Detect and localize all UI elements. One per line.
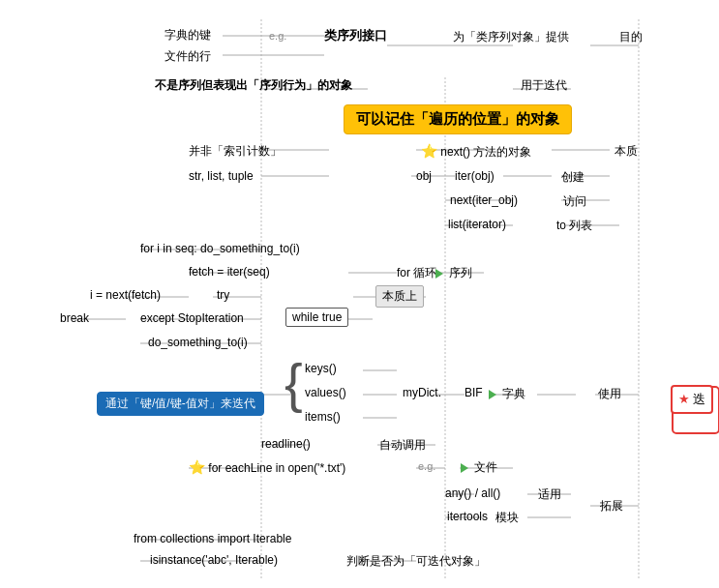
for-iterate-label: 用于迭代 <box>521 78 567 92</box>
iter-obj-node: iter(obj) <box>455 169 494 183</box>
provide-label: 为「类序列对象」提供 <box>453 30 569 44</box>
obj-label: obj <box>416 169 432 183</box>
select-label: 迭 <box>693 392 705 406</box>
arrow-seq-label: 序列 <box>449 266 472 279</box>
obj-node: obj <box>416 169 432 183</box>
to-list-node: to 列表 <box>556 218 592 234</box>
readline-node: readline() <box>261 437 311 451</box>
for-each-line-label: for eachLine in open('*.txt') <box>208 461 345 475</box>
items-label: items() <box>305 410 341 424</box>
itertools-label: itertools <box>447 510 488 523</box>
items-node: items() <box>305 410 341 424</box>
any-all-label: any() / all() <box>445 486 500 500</box>
values-label: values() <box>305 386 346 399</box>
eg1-label: e.g. <box>269 30 286 42</box>
visit-node: 访问 <box>563 193 586 210</box>
seq-interface-node: 类序列接口 <box>324 27 387 44</box>
dict-key-node: 字典的键 <box>165 27 211 44</box>
isinstance-label: isinstance('abc', Iterable) <box>150 553 278 567</box>
through-kv-node: 通过「键/值/键-值对」来迭代 <box>97 392 264 416</box>
while-true-node: while true <box>285 308 348 327</box>
brace-node: { <box>285 356 303 410</box>
next-method-label: next() 方法的对象 <box>440 145 531 159</box>
for-iterate-node: 用于迭代 <box>521 77 567 94</box>
auto-call-label: 自动调用 <box>379 438 426 452</box>
isinstance-node: isinstance('abc', Iterable) <box>150 553 278 567</box>
bif-node: BIF <box>464 386 483 399</box>
arrow-file-icon <box>461 463 468 473</box>
judge-node: 判断是否为「可迭代对象」 <box>346 553 486 570</box>
any-all-node: any() / all() <box>445 486 500 500</box>
use-node: 使用 <box>598 386 621 402</box>
create-label: 创建 <box>561 170 584 184</box>
not-seq-node: 不是序列但表现出「序列行为」的对象 <box>155 77 352 94</box>
star-icon: ⭐ <box>421 143 437 159</box>
try-label-el: try <box>217 288 229 302</box>
next-method-node: ⭐ next() 方法的对象 <box>421 143 531 161</box>
expand-label: 拓展 <box>600 499 623 513</box>
diagram: 字典的键 文件的行 e.g. 类序列接口 为「类序列对象」提供 目的 不是序列但… <box>0 0 719 588</box>
for-loop-node: for 循环 <box>397 265 436 281</box>
except-node: except StopIteration <box>140 311 244 325</box>
itertools-node: itertools <box>447 510 488 523</box>
readline-label: readline() <box>261 437 311 451</box>
next-iter-node: next(iter_obj) <box>450 193 518 207</box>
star-select-node[interactable]: ★ 迭 <box>671 385 713 414</box>
apply-node: 适用 <box>538 486 561 503</box>
through-kv-label: 通过「键/值/键-值对」来迭代 <box>105 397 255 410</box>
eg1-node: e.g. <box>269 29 286 43</box>
mydict-label: myDict. <box>403 386 441 399</box>
list-iterator-node: list(iterator) <box>448 218 506 231</box>
seq-interface-label: 类序列接口 <box>324 28 387 43</box>
while-true-label: while true <box>292 310 342 324</box>
mydict-node: myDict. <box>403 386 441 399</box>
module-node: 模块 <box>495 510 519 526</box>
bif-label: BIF <box>464 386 483 399</box>
essentially-node: 本质上 <box>375 285 424 308</box>
i-next-node: i = next(fetch) <box>90 288 161 302</box>
str-list-label: str, list, tuple <box>189 169 254 183</box>
module-label: 模块 <box>495 511 519 524</box>
visit-label: 访问 <box>563 194 586 208</box>
arrow-file-label: 文件 <box>474 460 497 474</box>
arrow-seq-node: 序列 <box>435 265 472 281</box>
eg2-label: e.g. <box>418 460 435 472</box>
keys-node: keys() <box>305 362 337 375</box>
fetch-iter-node: fetch = iter(seq) <box>189 265 270 279</box>
auto-call-node: 自动调用 <box>379 437 426 454</box>
apply-label: 适用 <box>538 487 561 501</box>
can-remember-label: 可以记住「遍历的位置」的对象 <box>356 110 559 127</box>
file-row-node: 文件的行 <box>165 48 211 65</box>
to-list-label: to 列表 <box>556 219 592 232</box>
break-label-el: break <box>60 311 89 325</box>
arrow-seq-icon <box>435 269 443 279</box>
dict-key-label: 字典的键 <box>165 28 211 42</box>
create-node: 创建 <box>561 169 584 186</box>
arrow-dict-icon <box>489 390 496 399</box>
break-node: break <box>60 311 89 325</box>
iter-obj-label: iter(obj) <box>455 169 494 183</box>
from-collections-node: from collections import Iterable <box>134 532 291 545</box>
eg2-node: e.g. <box>418 459 435 473</box>
keys-label: keys() <box>305 362 337 375</box>
not-index-node: 并非「索引计数」 <box>189 143 282 160</box>
not-seq-label: 不是序列但表现出「序列行为」的对象 <box>155 78 352 92</box>
star2-icon: ⭐ <box>189 459 205 475</box>
arrow-file-node: 文件 <box>461 459 497 476</box>
fetch-iter-label: fetch = iter(seq) <box>189 265 270 279</box>
i-next-label: i = next(fetch) <box>90 288 161 302</box>
do-something-node: do_something_to(i) <box>148 336 248 349</box>
use-label: 使用 <box>598 387 621 400</box>
arrow-dict-node: 字典 <box>489 386 525 402</box>
for-i-in-seq-label: for i in seq: do_something_to(i) <box>140 242 300 255</box>
for-i-in-seq-node: for i in seq: do_something_to(i) <box>140 242 300 255</box>
expand-node: 拓展 <box>600 498 623 514</box>
try-node: try <box>217 288 229 302</box>
judge-label: 判断是否为「可迭代对象」 <box>346 554 486 568</box>
provide-node: 为「类序列对象」提供 <box>453 29 569 45</box>
purpose-node: 目的 <box>619 29 643 45</box>
essence-label: 本质 <box>614 144 638 158</box>
for-loop-label: for 循环 <box>397 266 436 279</box>
for-each-line-node: ⭐ for eachLine in open('*.txt') <box>189 459 345 475</box>
file-row-label: 文件的行 <box>165 49 211 63</box>
